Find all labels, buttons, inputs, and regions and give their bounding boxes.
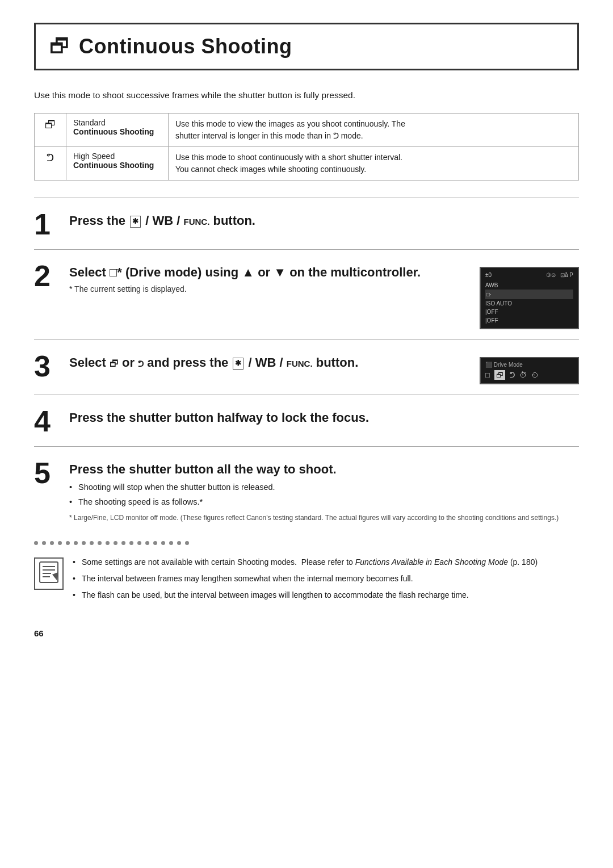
drive-icon-highspeed: ᕤ <box>510 371 515 379</box>
mode-name-standard: Standard Continuous Shooting <box>66 114 169 147</box>
step-4-title: Press the shutter button halfway to lock… <box>69 410 579 426</box>
bullet-item: The shooting speed is as follows.* <box>69 496 579 509</box>
divider-3 <box>34 339 579 340</box>
note-item-2: The interval between frames may lengthen… <box>73 573 579 585</box>
table-row: ᕤ High Speed Continuous Shooting Use thi… <box>35 147 579 181</box>
drive-icon-timer1: ⏱ <box>519 371 527 379</box>
divider-4 <box>34 395 579 395</box>
dot <box>82 541 86 545</box>
dot-divider <box>34 541 579 545</box>
mode-icon-standard: 🗗 <box>35 114 66 147</box>
step-2-number: 2 <box>34 260 59 291</box>
lcd-screen-step2: ±0 ③⊙ ⊡å P AWB □· ISO AUTO |OFF |OFF <box>480 267 579 329</box>
step-3-text: Select 🗗 or ᕤ and press the ✱ / WB / FUN… <box>69 355 466 375</box>
note-item-1: Some settings are not available with cer… <box>73 556 579 568</box>
step-5-title: Press the shutter button all the way to … <box>69 462 579 478</box>
table-row: 🗗 Standard Continuous Shooting Use this … <box>35 114 579 147</box>
mode-icon-highspeed: ᕤ <box>35 147 66 181</box>
step-5-number: 5 <box>34 457 59 488</box>
divider-1 <box>34 198 579 198</box>
dot <box>90 541 94 545</box>
step-4-content: Press the shutter button halfway to lock… <box>69 405 579 430</box>
step-2-content: Select □* (Drive mode) using ▲ or ▼ on t… <box>69 260 579 329</box>
note-icon <box>34 557 64 590</box>
drive-icons-row: □ 🗗 ᕤ ⏱ ⏲ <box>485 370 573 380</box>
lcd-items: AWB □· ISO AUTO |OFF |OFF <box>485 281 573 325</box>
dot <box>106 541 110 545</box>
step-2-text: Select □* (Drive mode) using ▲ or ▼ on t… <box>69 265 466 296</box>
page-title: Continuous Shooting <box>79 35 292 58</box>
dot <box>129 541 133 545</box>
dot <box>177 541 181 545</box>
step-5: 5 Press the shutter button all the way t… <box>34 457 579 523</box>
note-content: Some settings are not available with cer… <box>73 556 579 606</box>
step-2-with-image: Select □* (Drive mode) using ▲ or ▼ on t… <box>69 265 579 329</box>
step-2: 2 Select □* (Drive mode) using ▲ or ▼ on… <box>34 260 579 329</box>
mode-table: 🗗 Standard Continuous Shooting Use this … <box>34 113 579 181</box>
func-button-icon-2: ✱ <box>233 358 243 369</box>
page-number: 66 <box>34 628 579 638</box>
intro-text: Use this mode to shoot successive frames… <box>34 89 579 102</box>
lcd-top-row: ±0 ③⊙ ⊡å P <box>485 271 573 279</box>
drive-mode-screen: ⬛ Drive Mode □ 🗗 ᕤ ⏱ ⏲ <box>480 357 579 384</box>
drive-label: ⬛ Drive Mode <box>485 362 573 368</box>
bullet-item: Shooting will stop when the shutter butt… <box>69 481 579 494</box>
dot <box>58 541 62 545</box>
mode-name-highspeed: High Speed Continuous Shooting <box>66 147 169 181</box>
step-3-content: Select 🗗 or ᕤ and press the ✱ / WB / FUN… <box>69 350 579 384</box>
dot <box>161 541 165 545</box>
step-4-number: 4 <box>34 405 59 436</box>
dot <box>169 541 173 545</box>
step-2-subtitle: * The current setting is displayed. <box>69 284 466 293</box>
dot <box>114 541 117 545</box>
step-1: 1 Press the ✱ / WB / FUNC. button. <box>34 208 579 239</box>
divider-5 <box>34 446 579 447</box>
page-header: 🗗 Continuous Shooting <box>34 23 579 70</box>
step-2-title: Select □* (Drive mode) using ▲ or ▼ on t… <box>69 265 466 281</box>
dot <box>66 541 70 545</box>
dot <box>145 541 149 545</box>
dot <box>121 541 125 545</box>
step-3-title: Select 🗗 or ᕤ and press the ✱ / WB / FUN… <box>69 355 466 371</box>
drive-icon-single: □ <box>485 371 490 379</box>
drive-icon-continuous: 🗗 <box>494 370 505 380</box>
note-item-3: The flash can be used, but the interval … <box>73 589 579 601</box>
svg-marker-5 <box>52 572 58 580</box>
step-1-content: Press the ✱ / WB / FUNC. button. <box>69 208 579 233</box>
note-section: Some settings are not available with cer… <box>34 556 579 606</box>
step-4: 4 Press the shutter button halfway to lo… <box>34 405 579 436</box>
dot <box>153 541 157 545</box>
mode-desc-standard: Use this mode to view the images as you … <box>169 114 579 147</box>
dot <box>98 541 102 545</box>
drive-icon-timer2: ⏲ <box>531 371 539 379</box>
note-bullet-list: Some settings are not available with cer… <box>73 556 579 601</box>
dot <box>42 541 46 545</box>
step-5-content: Press the shutter button all the way to … <box>69 457 579 523</box>
dot <box>74 541 78 545</box>
step-3-number: 3 <box>34 350 59 381</box>
divider-2 <box>34 249 579 250</box>
dot <box>137 541 141 545</box>
dot <box>50 541 54 545</box>
func-button-icon: ✱ <box>130 216 141 227</box>
dot <box>185 541 189 545</box>
dot <box>34 541 38 545</box>
note-italic: Functions Available in Each Shooting Mod… <box>355 557 508 567</box>
mode-desc-highspeed: Use this mode to shoot continuously with… <box>169 147 579 181</box>
header-icon: 🗗 <box>49 36 70 57</box>
step-3-with-image: Select 🗗 or ᕤ and press the ✱ / WB / FUN… <box>69 355 579 384</box>
step-5-bullets: Shooting will stop when the shutter butt… <box>69 481 579 509</box>
step-3: 3 Select 🗗 or ᕤ and press the ✱ / WB / F… <box>34 350 579 384</box>
step-5-footnote: * Large/Fine, LCD monitor off mode. (The… <box>69 513 579 523</box>
step-1-number: 1 <box>34 208 59 239</box>
svg-rect-0 <box>40 562 58 582</box>
step-1-title: Press the ✱ / WB / FUNC. button. <box>69 213 579 229</box>
